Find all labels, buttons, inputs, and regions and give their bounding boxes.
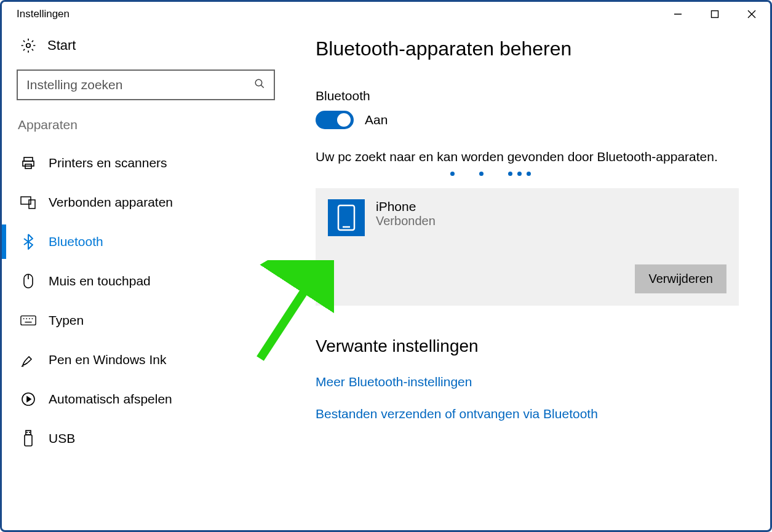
svg-rect-7 [24,157,33,161]
phone-icon [328,199,365,236]
bluetooth-toggle[interactable] [316,111,354,129]
sidebar-item-label: Bluetooth [49,234,103,249]
search-icon [254,78,265,92]
send-receive-files-link[interactable]: Bestanden verzenden of ontvangen via Blu… [316,407,739,421]
sidebar-item-label: Printers en scanners [49,156,167,170]
printer-icon [20,155,36,171]
toggle-state-label: Aan [365,113,388,127]
start-button[interactable]: Start [17,38,275,54]
toggle-knob [337,113,351,127]
sidebar-item-label: Verbonden apparaten [49,195,173,210]
svg-point-4 [26,44,31,48]
related-settings-title: Verwante instellingen [316,336,739,356]
sidebar-item-label: USB [49,431,75,446]
remove-device-button[interactable]: Verwijderen [635,264,726,293]
svg-point-5 [255,79,262,86]
sidebar-item-label: Pen en Windows Ink [49,352,166,367]
maximize-button[interactable] [696,2,733,26]
titlebar: Instellingen [2,2,770,26]
device-status: Verbonden [376,214,436,228]
sidebar-item-pen[interactable]: Pen en Windows Ink [17,340,275,379]
main-panel: Bluetooth-apparaten beheren Bluetooth Aa… [290,26,772,530]
category-label: Apparaten [17,117,275,132]
more-bluetooth-settings-link[interactable]: Meer Bluetooth-instellingen [316,375,739,389]
svg-rect-23 [25,435,32,446]
close-button[interactable] [733,2,770,26]
svg-rect-14 [21,316,36,325]
bluetooth-section-label: Bluetooth [316,89,739,103]
devices-icon [20,194,36,210]
sidebar-item-mouse[interactable]: Muis en touchpad [17,261,275,301]
loading-indicator [316,172,739,176]
page-title: Bluetooth-apparaten beheren [316,38,739,60]
sidebar-item-label: Automatisch afspelen [49,392,172,407]
sidebar: Start Apparaten Printers en scanners Ver… [2,26,290,530]
sidebar-item-connected-devices[interactable]: Verbonden apparaten [17,183,275,222]
gear-icon [20,38,36,54]
device-card[interactable]: iPhone Verbonden Verwijderen [316,188,739,306]
start-label: Start [47,38,76,54]
sidebar-item-label: Muis en touchpad [49,274,151,288]
svg-marker-21 [27,397,31,402]
status-text: Uw pc zoekt naar en kan worden gevonden … [316,148,739,165]
bluetooth-icon [20,234,36,250]
autoplay-icon [20,391,36,407]
sidebar-item-label: Typen [49,313,84,328]
sidebar-item-printers[interactable]: Printers en scanners [17,143,275,183]
window-title: Instellingen [17,8,70,20]
search-box[interactable] [17,69,275,100]
device-name: iPhone [376,199,436,214]
search-input[interactable] [26,77,254,92]
mouse-icon [20,273,36,289]
keyboard-icon [20,312,36,328]
svg-rect-8 [23,161,34,166]
sidebar-item-usb[interactable]: USB [17,419,275,458]
svg-line-6 [261,85,264,88]
sidebar-item-typing[interactable]: Typen [17,301,275,340]
svg-rect-1 [712,11,718,18]
pen-icon [20,352,36,368]
minimize-button[interactable] [659,2,696,26]
sidebar-item-bluetooth[interactable]: Bluetooth [17,222,275,261]
usb-icon [20,431,36,447]
sidebar-item-autoplay[interactable]: Automatisch afspelen [17,379,275,419]
window-controls [659,2,770,26]
